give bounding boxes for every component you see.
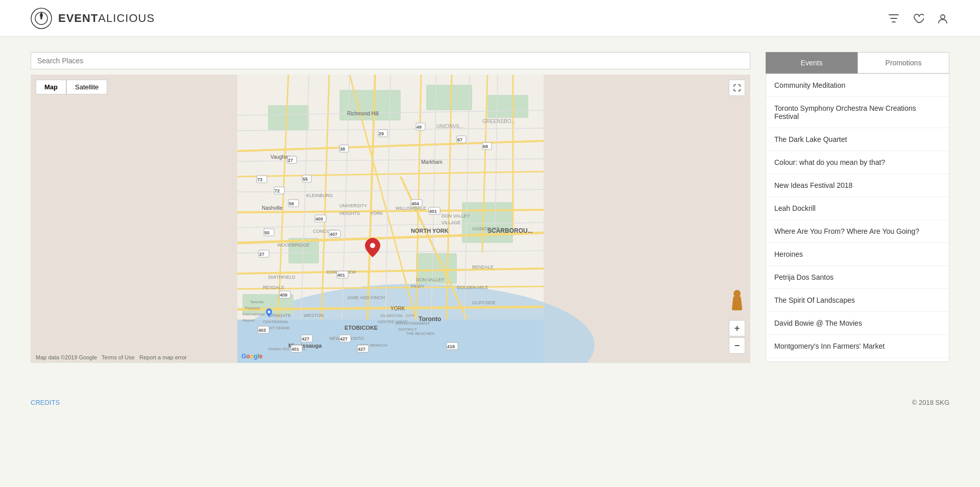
- event-list-item[interactable]: Montgomery's Inn Farmers' Market: [766, 335, 949, 358]
- map-expand-button[interactable]: [729, 80, 745, 96]
- svg-point-2: [40, 17, 42, 19]
- streetview-button[interactable]: [729, 289, 745, 317]
- event-list-item[interactable]: Wedding Through Camera Eyes: [766, 358, 949, 362]
- map-terms-link[interactable]: Terms of Use: [102, 354, 135, 360]
- svg-text:Pearson: Pearson: [245, 306, 260, 310]
- svg-text:JANE AND FINCH: JANE AND FINCH: [347, 295, 385, 300]
- svg-text:UNIVERSITY: UNIVERSITY: [339, 203, 367, 208]
- svg-text:427: 427: [358, 347, 365, 352]
- event-list-item[interactable]: Colour: what do you mean by that?: [766, 151, 949, 174]
- events-panel: Events Promotions Community MeditationTo…: [766, 52, 949, 363]
- user-icon[interactable]: [937, 12, 949, 25]
- header: EVENTALICIOUS: [0, 0, 980, 37]
- event-list-item[interactable]: David Bowie @ The Movies: [766, 312, 949, 335]
- svg-rect-11: [462, 202, 513, 243]
- credits-link[interactable]: CREDITS: [31, 399, 60, 406]
- map-controls: Map Satellite: [36, 80, 107, 94]
- svg-text:427: 427: [340, 336, 348, 342]
- map-report-link[interactable]: Report a map error: [139, 354, 187, 360]
- satellite-view-button[interactable]: Satellite: [66, 80, 107, 94]
- map-section: GREENSBO... Richmond Hill UNIONVIL... Va…: [31, 52, 750, 363]
- svg-text:ETOBICOKE: ETOBICOKE: [345, 325, 378, 331]
- svg-text:DON VALLEY: DON VALLEY: [416, 277, 445, 282]
- svg-text:27: 27: [288, 158, 293, 163]
- svg-text:HEIGHTS: HEIGHTS: [339, 211, 360, 216]
- svg-text:WOODBRIDGE: WOODBRIDGE: [277, 242, 310, 248]
- svg-text:AGINCOURT: AGINCOURT: [472, 226, 500, 231]
- logo-icon: [31, 8, 52, 29]
- svg-text:55: 55: [303, 177, 308, 182]
- svg-text:DON VALLEY: DON VALLEY: [442, 213, 470, 218]
- svg-text:27: 27: [259, 252, 264, 257]
- footer: CREDITS © 2018 SKG: [0, 388, 980, 417]
- svg-text:73: 73: [257, 177, 262, 182]
- svg-text:407: 407: [330, 232, 337, 237]
- svg-point-3: [941, 15, 945, 19]
- event-list-item[interactable]: Where Are You From? Where Are You Going?: [766, 220, 949, 243]
- svg-text:THE BEACHES: THE BEACHES: [406, 331, 434, 336]
- zoom-out-button[interactable]: −: [729, 337, 745, 354]
- svg-text:401: 401: [291, 347, 299, 352]
- svg-rect-9: [426, 85, 472, 110]
- event-list-item[interactable]: New Ideas Festival 2018: [766, 174, 949, 197]
- svg-text:Markham: Markham: [421, 159, 443, 165]
- svg-text:PKWY: PKWY: [411, 284, 425, 289]
- svg-rect-143: [732, 307, 742, 310]
- svg-text:401: 401: [337, 273, 345, 278]
- map-view-button[interactable]: Map: [36, 80, 66, 94]
- svg-text:CLIFFSIDE: CLIFFSIDE: [472, 300, 496, 305]
- svg-text:Richmond Hill: Richmond Hill: [347, 111, 379, 116]
- map-container: GREENSBO... Richmond Hill UNIONVIL... Va…: [31, 75, 750, 363]
- map-footer: Map data ©2019 Google Terms of Use Repor…: [36, 354, 187, 360]
- svg-text:Toronto: Toronto: [419, 315, 441, 323]
- svg-text:50: 50: [264, 230, 270, 235]
- events-list[interactable]: Community MeditationToronto Symphony Orc…: [766, 74, 949, 362]
- svg-text:Nashville: Nashville: [262, 205, 283, 211]
- svg-text:GREENSBO...: GREENSBO...: [482, 118, 516, 124]
- svg-text:NORTH YORK: NORTH YORK: [411, 228, 449, 234]
- event-list-item[interactable]: The Dark Lake Quartet: [766, 128, 949, 151]
- svg-text:BENDALE: BENDALE: [472, 264, 494, 270]
- filter-icon[interactable]: [888, 12, 900, 25]
- svg-text:403: 403: [258, 328, 266, 333]
- tab-events[interactable]: Events: [766, 52, 857, 74]
- svg-text:404: 404: [411, 201, 419, 206]
- svg-text:418: 418: [447, 344, 455, 349]
- svg-text:UNIONVIL...: UNIONVIL...: [436, 124, 465, 129]
- svg-text:Google: Google: [241, 353, 263, 360]
- event-list-item[interactable]: Leah Dockrill: [766, 197, 949, 220]
- tab-promotions[interactable]: Promotions: [857, 52, 949, 74]
- svg-text:ISLINGTON · CITY: ISLINGTON · CITY: [380, 313, 415, 318]
- svg-rect-7: [268, 105, 309, 131]
- main-content: GREENSBO... Richmond Hill UNIONVIL... Va…: [0, 37, 980, 378]
- svg-text:KLEINBURG: KLEINBURG: [306, 193, 333, 198]
- favorites-icon[interactable]: [913, 12, 925, 25]
- event-list-item[interactable]: The Spirit Of Landscapes: [766, 289, 949, 312]
- svg-text:67: 67: [457, 137, 462, 142]
- search-input[interactable]: [31, 52, 750, 69]
- svg-text:29: 29: [379, 131, 384, 136]
- event-list-item[interactable]: Heroines: [766, 243, 949, 266]
- svg-text:409: 409: [280, 293, 287, 298]
- svg-text:YORK: YORK: [370, 211, 383, 216]
- svg-text:REXDALE: REXDALE: [263, 285, 284, 290]
- svg-text:38: 38: [340, 147, 345, 152]
- header-icons: [888, 12, 949, 25]
- tabs-bar: Events Promotions: [766, 52, 949, 74]
- logo-text: EVENTALICIOUS: [58, 12, 155, 25]
- svg-point-141: [268, 311, 271, 313]
- event-list-item[interactable]: Community Meditation: [766, 74, 949, 97]
- svg-text:SMITHFIELD: SMITHFIELD: [268, 275, 296, 280]
- svg-text:GOLDEN MILE: GOLDEN MILE: [457, 285, 488, 290]
- copyright-text: © 2018 SKG: [912, 399, 949, 406]
- event-list-item[interactable]: Petrija Dos Santos: [766, 266, 949, 289]
- svg-text:401: 401: [429, 209, 437, 214]
- zoom-in-button[interactable]: +: [729, 320, 745, 336]
- logo-area: EVENTALICIOUS: [31, 8, 155, 29]
- event-list-item[interactable]: Toronto Symphony Orchestra New Creations…: [766, 97, 949, 128]
- svg-text:CENTENNIAL: CENTENNIAL: [263, 320, 289, 324]
- svg-text:WESTON: WESTON: [304, 313, 324, 318]
- svg-text:YORK: YORK: [390, 306, 405, 311]
- svg-text:427: 427: [302, 336, 309, 342]
- svg-point-139: [370, 243, 375, 248]
